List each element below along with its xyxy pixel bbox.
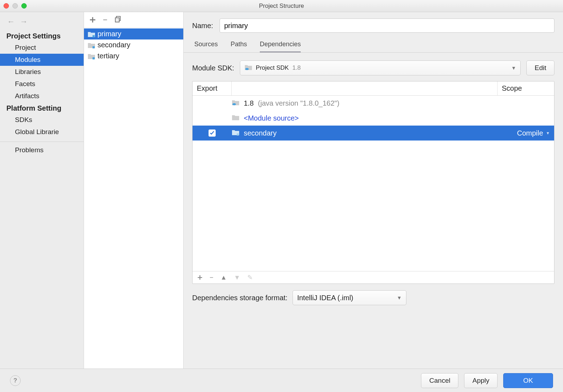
copy-icon[interactable] (115, 16, 122, 24)
apply-button[interactable]: Apply (464, 373, 498, 388)
edit-sdk-button[interactable]: Edit (526, 60, 554, 75)
folder-icon (232, 114, 240, 122)
tab-sources[interactable]: Sources (194, 41, 218, 53)
svg-rect-3 (93, 46, 95, 48)
module-folder-icon (88, 31, 95, 37)
dependencies-body[interactable]: 1.8 (java version "1.8.0_162") <Module s… (193, 96, 554, 271)
sidebar-item-sdks[interactable]: SDKs (0, 114, 84, 126)
detail-tabs: Sources Paths Dependencies (184, 33, 563, 53)
sidebar-heading-project-settings: Project Settings (0, 30, 84, 42)
dependencies-table: Export Scope 1.8 (java version "1.8.0_16… (192, 81, 554, 284)
sidebar-item-modules[interactable]: Modules (0, 54, 84, 66)
module-row-label: primary (98, 30, 121, 38)
dependency-row-module[interactable]: secondary Compile ▼ (193, 126, 554, 141)
module-folder-icon (88, 42, 95, 48)
sdk-folder-icon (232, 99, 240, 107)
add-icon[interactable]: ➕︎ (90, 16, 96, 24)
window-close-icon[interactable] (4, 3, 9, 9)
svg-rect-4 (93, 57, 95, 59)
storage-format-select[interactable]: IntelliJ IDEA (.iml) ▼ (293, 290, 406, 305)
module-list[interactable]: primary secondary tertiary (84, 28, 183, 369)
move-down-icon[interactable]: ▼ (234, 274, 240, 281)
remove-dependency-icon[interactable]: − (210, 274, 214, 281)
column-header-export[interactable]: Export (193, 81, 232, 95)
module-row-label: tertiary (98, 52, 119, 60)
window-traffic-lights (4, 3, 27, 9)
sidebar-item-artifacts[interactable]: Artifacts (0, 90, 84, 102)
chevron-down-icon: ▼ (546, 131, 550, 135)
sdk-value-prefix: Project SDK (256, 64, 289, 71)
sidebar-item-libraries[interactable]: Libraries (0, 66, 84, 78)
add-dependency-icon[interactable]: ➕︎ (198, 274, 202, 281)
settings-sidebar: ← → Project Settings Project Modules Lib… (0, 12, 84, 369)
chevron-down-icon: ▼ (397, 295, 402, 301)
module-row-tertiary[interactable]: tertiary (84, 51, 183, 62)
module-folder-icon (232, 129, 240, 137)
help-icon[interactable]: ? (10, 375, 21, 386)
chevron-down-icon: ▼ (511, 65, 516, 71)
storage-format-value: IntelliJ IDEA (.iml) (297, 294, 353, 302)
window-minimize-icon[interactable] (12, 3, 18, 9)
dependencies-header: Export Scope (193, 81, 554, 96)
module-folder-icon (88, 53, 95, 59)
dependency-detail: (java version "1.8.0_162") (258, 99, 340, 107)
window-maximize-icon[interactable] (21, 3, 27, 9)
sidebar-item-facets[interactable]: Facets (0, 78, 84, 90)
cancel-button[interactable]: Cancel (421, 373, 458, 388)
module-detail: Name: Sources Paths Dependencies Module … (184, 12, 563, 369)
nav-back-icon[interactable]: ← (7, 17, 15, 26)
sidebar-item-problems[interactable]: Problems (0, 144, 84, 156)
nav-forward-icon[interactable]: → (20, 17, 28, 26)
edit-dependency-icon[interactable]: ✎ (247, 274, 253, 281)
name-label: Name: (192, 22, 213, 30)
sidebar-divider (0, 142, 84, 142)
module-row-primary[interactable]: primary (84, 28, 183, 39)
tab-paths[interactable]: Paths (231, 41, 247, 53)
module-sdk-select[interactable]: Project SDK 1.8 ▼ (240, 60, 521, 75)
tab-dependencies[interactable]: Dependencies (260, 41, 301, 53)
dependency-row-sdk[interactable]: 1.8 (java version "1.8.0_162") (193, 96, 554, 111)
svg-rect-1 (115, 18, 119, 22)
module-sdk-label: Module SDK: (192, 64, 234, 72)
window-title: Project Structure (259, 2, 304, 10)
dependency-name: 1.8 (244, 99, 254, 107)
sidebar-item-project[interactable]: Project (0, 42, 84, 54)
module-row-secondary[interactable]: secondary (84, 39, 183, 51)
move-up-icon[interactable]: ▲ (221, 274, 227, 281)
module-panel: ➕︎ − primary secondary (84, 12, 184, 369)
module-name-input[interactable] (220, 18, 554, 33)
dialog-button-bar: ? Cancel Apply OK (0, 369, 563, 392)
remove-icon[interactable]: − (103, 16, 107, 24)
dependency-name: <Module source> (244, 114, 299, 122)
dependency-scope[interactable]: Compile (517, 129, 543, 137)
dependency-row-module-source[interactable]: <Module source> (193, 111, 554, 126)
storage-format-label: Dependencies storage format: (192, 294, 288, 302)
ok-button[interactable]: OK (503, 373, 553, 388)
sidebar-heading-platform-setting: Platform Setting (0, 102, 84, 114)
column-header-scope[interactable]: Scope (497, 81, 554, 95)
svg-point-6 (232, 103, 236, 105)
module-row-label: secondary (98, 41, 130, 49)
nav-history: ← → (0, 12, 84, 30)
dependency-name: secondary (244, 129, 277, 137)
sidebar-item-global-libraries[interactable]: Global Librarie (0, 126, 84, 138)
module-toolbar: ➕︎ − (84, 12, 183, 28)
export-checkbox[interactable] (209, 129, 216, 137)
svg-rect-2 (93, 35, 95, 37)
sdk-value-version: 1.8 (292, 64, 301, 71)
svg-point-5 (245, 68, 249, 70)
svg-rect-7 (237, 133, 239, 136)
dependencies-toolbar: ➕︎ − ▲ ▼ ✎ (193, 271, 554, 284)
titlebar: Project Structure (0, 0, 563, 12)
sdk-icon (244, 64, 252, 72)
